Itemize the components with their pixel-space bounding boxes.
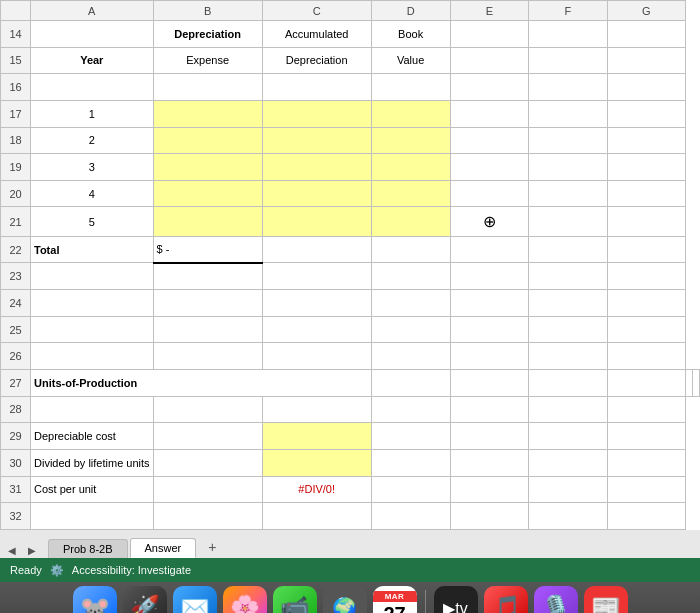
cell-a27[interactable]: Units-of-Production [31,370,372,397]
cell-d14[interactable]: Book [371,21,450,48]
cell-a26[interactable] [31,343,154,370]
cell-b26[interactable] [153,343,262,370]
cell-g14[interactable] [607,21,685,48]
cell-d26[interactable] [371,343,450,370]
cell-d19[interactable] [371,154,450,181]
cell-b22[interactable]: $ - [153,236,262,263]
cell-c28[interactable] [262,396,371,423]
cell-g31[interactable] [607,476,685,503]
cell-f32[interactable] [529,503,607,530]
cell-g27[interactable] [693,370,700,397]
cell-d18[interactable] [371,127,450,154]
cell-e32[interactable] [450,503,529,530]
sheet-nav-left[interactable]: ◀ [4,543,20,558]
cell-e14[interactable] [450,21,529,48]
cell-c24[interactable] [262,290,371,317]
cell-d20[interactable] [371,180,450,207]
cell-b24[interactable] [153,290,262,317]
cell-b15[interactable]: Expense [153,47,262,74]
cell-a29[interactable]: Depreciable cost [31,423,154,450]
cell-f17[interactable] [529,100,607,127]
cell-c19[interactable] [262,154,371,181]
cell-e17[interactable] [450,100,529,127]
cell-b19[interactable] [153,154,262,181]
cell-g19[interactable] [607,154,685,181]
cell-c22[interactable] [262,236,371,263]
col-header-c[interactable]: C [262,1,371,21]
cell-f18[interactable] [529,127,607,154]
cell-d17[interactable] [371,100,450,127]
cell-b14[interactable]: Depreciation [153,21,262,48]
cell-d28[interactable] [371,396,450,423]
cell-a21[interactable]: 5 [31,207,154,236]
cell-e16[interactable] [450,74,529,101]
cell-a15[interactable]: Year [31,47,154,74]
cell-e23[interactable] [450,263,529,290]
dock-world[interactable]: 🌍 [323,586,367,613]
cell-d27[interactable] [529,370,607,397]
cell-g23[interactable] [607,263,685,290]
cell-e15[interactable] [450,47,529,74]
cell-f31[interactable] [529,476,607,503]
cell-f14[interactable] [529,21,607,48]
cell-f15[interactable] [529,47,607,74]
cell-b29[interactable] [153,423,262,450]
cell-b23[interactable] [153,263,262,290]
cell-d16[interactable] [371,74,450,101]
cell-a22[interactable]: Total [31,236,154,263]
cell-b28[interactable] [153,396,262,423]
col-header-e[interactable]: E [450,1,529,21]
cell-f21[interactable] [529,207,607,236]
cell-e21[interactable]: ⊕ [450,207,529,236]
cell-f20[interactable] [529,180,607,207]
cell-g30[interactable] [607,449,685,476]
cell-g20[interactable] [607,180,685,207]
col-header-g[interactable]: G [607,1,685,21]
cell-a14[interactable] [31,21,154,48]
cell-c26[interactable] [262,343,371,370]
dock-launchpad[interactable]: 🚀 [123,586,167,613]
cell-f26[interactable] [529,343,607,370]
cell-c23[interactable] [262,263,371,290]
cell-e25[interactable] [450,316,529,343]
cell-d21[interactable] [371,207,450,236]
cell-a19[interactable]: 3 [31,154,154,181]
cell-e19[interactable] [450,154,529,181]
cell-f23[interactable] [529,263,607,290]
cell-b17[interactable] [153,100,262,127]
dock-mail[interactable]: ✉️ [173,586,217,613]
col-header-f[interactable]: F [529,1,607,21]
cell-g25[interactable] [607,316,685,343]
cell-d29[interactable] [371,423,450,450]
cell-a16[interactable] [31,74,154,101]
cell-g32[interactable] [607,503,685,530]
dock-calendar[interactable]: MAR 27 [373,586,417,613]
cell-b18[interactable] [153,127,262,154]
dock-facetime[interactable]: 📹 [273,586,317,613]
cell-e27[interactable] [607,370,685,397]
cell-g17[interactable] [607,100,685,127]
cell-b31[interactable] [153,476,262,503]
dock-podcasts[interactable]: 🎙️ [534,586,578,613]
cell-f29[interactable] [529,423,607,450]
cell-c30[interactable] [262,449,371,476]
cell-f22[interactable] [529,236,607,263]
cell-b32[interactable] [153,503,262,530]
cell-c27[interactable] [450,370,529,397]
cell-a32[interactable] [31,503,154,530]
cell-d32[interactable] [371,503,450,530]
cell-e22[interactable] [450,236,529,263]
cell-c15[interactable]: Depreciation [262,47,371,74]
cell-g24[interactable] [607,290,685,317]
cell-a30[interactable]: Divided by lifetime units [31,449,154,476]
cell-c18[interactable] [262,127,371,154]
cell-a18[interactable]: 2 [31,127,154,154]
tab-prob-8-2b[interactable]: Prob 8-2B [48,539,128,558]
cell-f24[interactable] [529,290,607,317]
cell-g29[interactable] [607,423,685,450]
cell-c14[interactable]: Accumulated [262,21,371,48]
cell-c20[interactable] [262,180,371,207]
cell-g26[interactable] [607,343,685,370]
sheet-nav-right[interactable]: ▶ [24,543,40,558]
cell-c32[interactable] [262,503,371,530]
